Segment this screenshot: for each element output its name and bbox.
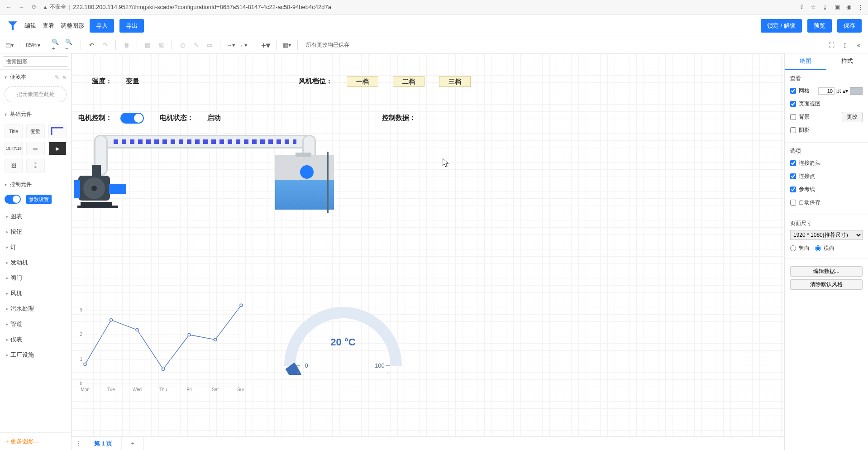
pipe-horizontal[interactable]: [94, 135, 311, 148]
search-input[interactable]: 🔍: [3, 56, 68, 67]
conn-arrow-checkbox[interactable]: 连接箭头: [790, 159, 820, 167]
cat-fan[interactable]: 风机: [0, 286, 71, 301]
page-icon[interactable]: ▤▾: [5, 40, 14, 50]
guides-checkbox[interactable]: 参考线: [790, 186, 815, 193]
lock-button[interactable]: 锁定 / 解锁: [761, 19, 802, 33]
fullscreen-icon[interactable]: ⛶: [826, 40, 836, 50]
gauge-chart[interactable]: 010203040506070809010020 °C: [275, 289, 411, 384]
edit-data-button[interactable]: 编辑数据...: [790, 266, 863, 277]
shape-list[interactable]: ≡≡: [26, 159, 44, 172]
account-icon[interactable]: ◉: [846, 4, 851, 10]
toback-icon[interactable]: ▧: [156, 40, 166, 50]
save-button[interactable]: 保存: [837, 19, 862, 33]
stroke-icon[interactable]: ✎: [191, 40, 201, 50]
tofront-icon[interactable]: ▦: [143, 40, 153, 50]
shape-param-button[interactable]: 参数设置: [26, 195, 52, 204]
undo-icon[interactable]: ↶: [86, 40, 96, 50]
pagesize-select[interactable]: 1920 * 1080(推荐尺寸): [790, 230, 863, 240]
cat-sewage[interactable]: 污水处理: [0, 301, 71, 316]
import-button[interactable]: 导入: [90, 19, 114, 33]
svg-point-27: [214, 338, 217, 341]
star-icon[interactable]: ☆: [811, 4, 816, 10]
table-icon[interactable]: ▦▾: [282, 40, 292, 50]
grid-checkbox[interactable]: 网格: [790, 87, 810, 95]
shape-clock[interactable]: 15:47:19: [5, 142, 23, 155]
close-icon[interactable]: ✕: [62, 74, 67, 81]
shadow-checkbox[interactable]: 阴影: [790, 126, 810, 134]
page-tab-1[interactable]: 第 1 页: [85, 437, 122, 450]
menu-view[interactable]: 查看: [43, 22, 54, 30]
search-field[interactable]: [6, 58, 72, 65]
cat-valve[interactable]: 阀门: [0, 270, 71, 286]
back-icon[interactable]: ←: [5, 3, 13, 11]
canvas[interactable]: 温度： 变量 风机档位： 一档 二档 三档 电机控制： 电机状态： 启动 控制数…: [72, 53, 784, 450]
edit-icon[interactable]: ✎: [55, 74, 59, 81]
pump-icon[interactable]: [74, 162, 133, 216]
shape-title[interactable]: Title: [5, 124, 23, 138]
zoom-out-icon[interactable]: 🔍−: [65, 40, 75, 50]
collapse-icon[interactable]: «: [854, 40, 863, 50]
svg-point-23: [162, 368, 165, 370]
overflow-icon[interactable]: ⋮: [858, 4, 863, 10]
section-control[interactable]: ▾ 控制元件: [0, 177, 71, 192]
address-bar[interactable]: ▲ 不安全 | 222.180.200.114:9527/thingskit-s…: [43, 3, 795, 11]
sticky-dropzone[interactable]: 把元素拖至此处: [5, 86, 67, 102]
zoom-select[interactable]: 85% ▾: [26, 42, 40, 48]
tank-icon[interactable]: [275, 155, 334, 210]
grid-step-icon[interactable]: ▴▾: [843, 88, 848, 94]
orient-horizontal-radio[interactable]: 横向: [815, 244, 835, 252]
shape-image[interactable]: ▭: [26, 142, 44, 155]
conn-point-checkbox[interactable]: 连接点: [790, 172, 815, 180]
autosave-checkbox[interactable]: 自动保存: [790, 199, 820, 206]
line-chart[interactable]: 0123MonTueWedThuFriSatSun: [76, 296, 243, 393]
download-icon[interactable]: ⭳: [822, 4, 828, 10]
waypoint-icon[interactable]: ⌐▾: [239, 40, 249, 50]
change-bg-button[interactable]: 更改: [842, 112, 863, 122]
fill-icon[interactable]: ◍: [177, 40, 187, 50]
gear-2-button[interactable]: 二档: [393, 76, 424, 87]
cat-engine[interactable]: 发动机: [0, 255, 71, 270]
delete-icon[interactable]: 🗑: [121, 40, 131, 50]
add-page-button[interactable]: +: [122, 437, 144, 450]
background-checkbox[interactable]: 背景: [790, 113, 810, 121]
shape-pic[interactable]: 🖼: [5, 159, 23, 172]
forward-icon[interactable]: →: [17, 3, 25, 11]
cat-chart[interactable]: 图表: [0, 209, 71, 224]
shadow-icon[interactable]: ▭: [205, 40, 215, 50]
motor-toggle[interactable]: [120, 113, 144, 124]
cat-light[interactable]: 灯: [0, 239, 71, 255]
cat-meter[interactable]: 仪表: [0, 332, 71, 347]
tab-draw[interactable]: 绘图: [785, 53, 826, 70]
shape-switch[interactable]: [5, 195, 21, 204]
format-panel-icon[interactable]: ▯: [840, 40, 850, 50]
gear-3-button[interactable]: 三档: [439, 76, 471, 87]
section-sticky[interactable]: ▾ 便笺本 ✎ ✕: [0, 70, 71, 85]
shape-video[interactable]: ▶: [48, 142, 67, 155]
menu-arrange[interactable]: 调整图形: [61, 22, 84, 30]
grid-size-input[interactable]: pt ▴▾: [818, 87, 863, 95]
add-icon[interactable]: +▾: [261, 40, 271, 50]
share-icon[interactable]: ⇪: [799, 4, 804, 10]
tab-style[interactable]: 样式: [826, 53, 868, 70]
orient-vertical-radio[interactable]: 竖向: [790, 244, 810, 252]
cat-button[interactable]: 按钮: [0, 224, 71, 239]
shape-line[interactable]: [48, 124, 67, 138]
gear-1-button[interactable]: 一档: [347, 76, 378, 87]
zoom-in-icon[interactable]: 🔍+: [52, 40, 62, 50]
cat-pipe[interactable]: 管道: [0, 316, 71, 332]
cat-factory[interactable]: 工厂设施: [0, 347, 71, 363]
clear-default-button[interactable]: 清除默认风格: [790, 279, 863, 290]
grid-color-swatch[interactable]: [850, 87, 863, 95]
more-shapes-button[interactable]: + 更多图形...: [0, 432, 71, 450]
page-menu-icon[interactable]: ⋮: [72, 440, 85, 447]
preview-button[interactable]: 预览: [807, 19, 832, 33]
section-basic[interactable]: ▾ 基础元件: [0, 107, 71, 122]
reload-icon[interactable]: ⟳: [30, 3, 38, 11]
redo-icon[interactable]: ↷: [100, 40, 110, 50]
export-button[interactable]: 导出: [119, 19, 144, 33]
panel-icon[interactable]: ▣: [835, 4, 840, 10]
menu-edit[interactable]: 编辑: [24, 22, 36, 30]
shape-variable[interactable]: 变量: [26, 124, 44, 138]
pageview-checkbox[interactable]: 页面视图: [790, 100, 820, 108]
conn-style-icon[interactable]: →▾: [226, 40, 236, 50]
